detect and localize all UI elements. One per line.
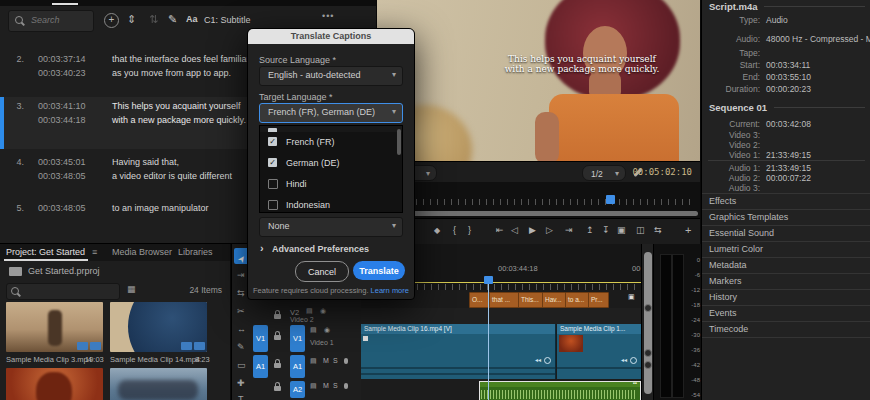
edit-caption-icon[interactable]: ✎ — [168, 13, 177, 26]
clip-thumbnail[interactable] — [110, 368, 207, 400]
track-meta-icon[interactable]: ▤ — [306, 307, 313, 315]
timeline-caption-clip[interactable]: Hav... — [542, 292, 566, 308]
panel-tab-essential-sound[interactable]: Essential Sound — [702, 225, 870, 241]
panel-tab-lumetri-color[interactable]: Lumetri Color — [702, 241, 870, 257]
tab-project[interactable]: Project: Get Started — [6, 247, 85, 257]
ripple-edit-tool-icon[interactable]: ⇆ — [237, 288, 245, 298]
lock-icon[interactable] — [274, 363, 281, 368]
clip-name[interactable]: Sample Media Clip 3.mp4 — [6, 355, 92, 364]
checkbox-unchecked-icon[interactable] — [268, 179, 278, 189]
timeline-playhead-handle[interactable] — [484, 276, 493, 284]
track-height-knob[interactable] — [644, 361, 652, 369]
timeline-playhead-line[interactable] — [488, 284, 489, 400]
video-clip[interactable]: Sample Media Clip 16.mp4 [V] — [361, 324, 556, 354]
timeline-caption-clip[interactable]: to a... — [565, 292, 589, 308]
razor-tool-icon[interactable]: ✂ — [237, 306, 245, 316]
audio-clip[interactable]: ◂◂ — [361, 354, 556, 379]
translate-captions-icon[interactable]: Aa — [186, 14, 198, 24]
panel-menu-icon[interactable]: ≡ — [92, 247, 97, 257]
tab-media-browser[interactable]: Media Browser — [112, 247, 172, 257]
vertical-scrollbar[interactable] — [644, 252, 652, 394]
checkbox-checked-icon[interactable]: ✓ — [268, 137, 277, 146]
split-caption-icon[interactable]: ⇕ — [127, 13, 136, 26]
advanced-preferences-toggle[interactable]: Advanced Preferences — [272, 244, 369, 254]
panel-tab-markers[interactable]: Markers — [702, 273, 870, 289]
track-height-knob[interactable] — [644, 349, 652, 357]
clip-name[interactable]: Sample Media Clip 14.mp4 — [110, 355, 200, 364]
solo-button[interactable]: S — [333, 382, 338, 389]
language-option[interactable]: Indonesian — [260, 195, 402, 213]
export-frame-icon[interactable]: ▣ — [617, 225, 626, 235]
play-icon[interactable]: ▶ — [529, 225, 536, 235]
track-visibility-icon[interactable]: ◉ — [324, 326, 330, 334]
language-option[interactable]: ✓ French (FR) — [260, 132, 402, 152]
track-meta-icon[interactable]: ▤ — [310, 382, 317, 390]
step-forward-icon[interactable]: ▷ — [546, 225, 553, 235]
tab-libraries[interactable]: Libraries — [178, 247, 213, 257]
slip-tool-icon[interactable]: ↔ — [237, 324, 246, 334]
go-to-out-icon[interactable]: ⇥ — [565, 225, 573, 235]
track-meta-icon[interactable]: ▤ — [310, 326, 317, 334]
source-patch-a1[interactable]: A1 — [253, 355, 268, 378]
pen-tool-icon[interactable]: ✎ — [237, 342, 245, 352]
clip-thumbnail[interactable] — [6, 368, 103, 400]
lift-icon[interactable]: ↥ — [586, 225, 594, 235]
monitor-scrub-ruler[interactable] — [381, 197, 696, 205]
multi-camera-icon[interactable]: ⇆ — [654, 225, 662, 235]
lock-icon[interactable] — [274, 335, 281, 340]
track-meta-icon[interactable]: ▤ — [310, 357, 317, 365]
language-option[interactable]: ✓ German (DE) — [260, 153, 402, 173]
clip-thumbnail[interactable] — [110, 302, 207, 352]
advanced-chevron-icon[interactable]: › — [260, 242, 264, 254]
mark-in-icon[interactable]: { — [453, 225, 456, 235]
panel-tab-events[interactable]: Events — [702, 305, 870, 321]
solo-button[interactable]: S — [333, 357, 338, 364]
checkbox-unchecked-icon[interactable] — [268, 200, 278, 210]
translate-button[interactable]: Translate — [353, 261, 405, 280]
project-breadcrumb[interactable]: Get Started.prproj — [28, 266, 100, 276]
audio-clip-selected[interactable]: ▪▪ — [479, 381, 641, 400]
lock-icon[interactable] — [274, 314, 281, 319]
target-patch-a2[interactable]: A2 — [290, 381, 305, 398]
step-back-icon[interactable]: ◁ — [511, 225, 518, 235]
rectangle-tool-icon[interactable]: ▭ — [237, 360, 246, 370]
panel-tab-timecode[interactable]: Timecode — [702, 321, 870, 338]
button-editor-icon[interactable]: + — [685, 224, 691, 236]
clip-thumbnail[interactable] — [6, 302, 103, 352]
timeline-caption-clip[interactable]: Pr... — [588, 292, 609, 308]
target-patch-a1[interactable]: A1 — [290, 355, 305, 378]
video-clip[interactable]: Sample Media Clip 1... — [557, 324, 642, 354]
go-to-in-icon[interactable]: ⇤ — [496, 225, 504, 235]
target-language-select[interactable]: French (FR), German (DE) ▾ — [259, 103, 403, 123]
add-caption-button[interactable]: + — [104, 13, 119, 28]
panel-tab-effects[interactable]: Effects — [702, 193, 870, 209]
type-tool-icon[interactable]: T — [238, 394, 244, 400]
add-marker-icon[interactable]: ◆ — [434, 226, 440, 235]
caption-track-label[interactable]: C1: Subtitle — [204, 15, 251, 25]
lock-icon[interactable] — [274, 386, 281, 391]
timeline-caption-clip[interactable]: that ... — [489, 292, 519, 308]
track-select-tool-icon[interactable]: ⇥ — [237, 270, 245, 280]
monitor-scrollbar[interactable] — [379, 211, 698, 216]
language-option[interactable]: Hindi — [260, 174, 402, 194]
audio-clip[interactable]: ◂◂ — [557, 354, 642, 379]
checkbox-checked-icon[interactable]: ✓ — [268, 158, 277, 167]
panel-tab-history[interactable]: History — [702, 289, 870, 305]
playback-resolution-select[interactable]: 1/2 ▾ — [582, 165, 626, 181]
learn-more-link[interactable]: Learn more — [371, 286, 409, 295]
merge-caption-icon[interactable]: ⇅ — [149, 13, 158, 26]
hand-tool-icon[interactable]: ✚ — [237, 378, 245, 388]
monitor-playhead[interactable] — [606, 195, 615, 204]
source-patch-v1[interactable]: V1 — [253, 325, 268, 352]
timeline-caption-clip[interactable]: This... — [518, 292, 543, 308]
dialog-title-bar[interactable]: Translate Captions — [248, 29, 414, 44]
comparison-view-icon[interactable]: ◫ — [636, 225, 645, 235]
source-language-select[interactable]: English - auto-detected ▾ — [259, 66, 403, 86]
panel-tab-graphics-templates[interactable]: Graphics Templates — [702, 209, 870, 225]
mute-button[interactable]: M — [323, 357, 329, 364]
panel-menu-icon[interactable]: ••• — [322, 11, 334, 21]
panel-tab-metadata[interactable]: Metadata — [702, 257, 870, 273]
captions-search-box[interactable] — [8, 10, 94, 32]
extract-icon[interactable]: ↧ — [602, 225, 610, 235]
mark-out-icon[interactable]: } — [468, 225, 471, 235]
